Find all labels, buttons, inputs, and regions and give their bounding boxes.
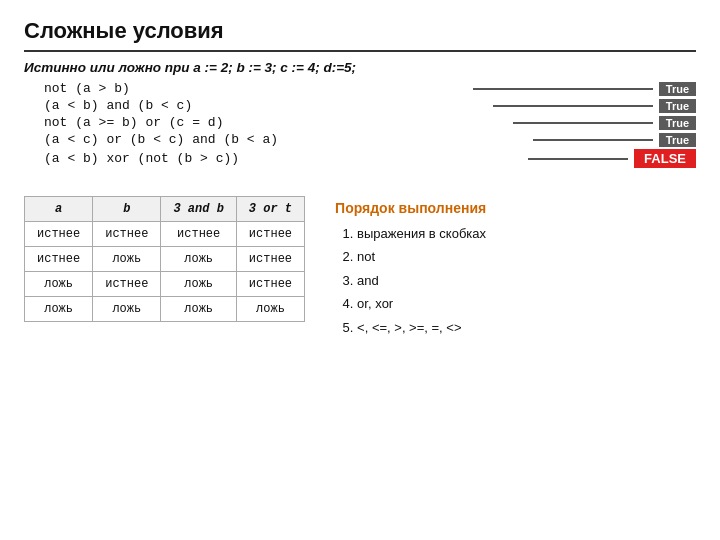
condition-bar [528,158,628,160]
result-badge: FALSE [634,149,696,168]
table-cell: истнее [236,247,304,272]
table-row: истнееистнееистнееистнее [25,222,305,247]
condition-line: (a < c) or (b < c) and (b < a)True [24,132,696,147]
condition-bar [473,88,653,90]
table-cell: ложь [93,247,161,272]
condition-line: (a < b) xor (not (b > c))FALSE [24,149,696,168]
condition-code: (a < b) xor (not (b > c)) [24,151,524,166]
table-cell: ложь [25,297,93,322]
table-cell: истнее [25,222,93,247]
table-header-cell: 3 or t [236,197,304,222]
truth-table: ab3 and b3 or t истнееистнееистнееистнее… [24,196,305,322]
condition-code: (a < c) or (b < c) and (b < a) [24,132,529,147]
result-badge: True [659,116,696,130]
table-cell: истнее [93,222,161,247]
result-badge: True [659,82,696,96]
table-cell: истнее [161,222,236,247]
conditions-header: Истинно или ложно при a := 2; b := 3; c … [24,60,696,75]
table-cell: истнее [25,247,93,272]
page-title: Сложные условия [24,18,696,52]
result-badge: True [659,133,696,147]
condition-code: (a < b) and (b < c) [24,98,489,113]
bottom-section: ab3 and b3 or t истнееистнееистнееистнее… [24,196,696,339]
condition-bar [533,139,653,141]
table-cell: истнее [236,272,304,297]
header-params: a := 2; b := 3; c := 4; d:=5; [193,60,356,75]
table-cell: истнее [93,272,161,297]
order-item: <, <=, >, >=, =, <> [357,316,696,339]
condition-line: (a < b) and (b < c)True [24,98,696,113]
table-cell: ложь [236,297,304,322]
condition-code: not (a >= b) or (c = d) [24,115,509,130]
table-cell: ложь [25,272,93,297]
order-list: выражения в скобкахnotandor, xor<, <=, >… [335,222,696,339]
table-row: ложьистнееложьистнее [25,272,305,297]
order-item: not [357,245,696,268]
order-item: выражения в скобках [357,222,696,245]
table-header-cell: 3 and b [161,197,236,222]
order-item: and [357,269,696,292]
order-title: Порядок выполнения [335,200,696,216]
order-section: Порядок выполнения выражения в скобкахno… [335,196,696,339]
condition-line: not (a > b)True [24,81,696,96]
conditions-section: Истинно или ложно при a := 2; b := 3; c … [24,60,696,170]
condition-list: not (a > b)True(a < b) and (b < c)Trueno… [24,81,696,168]
table-cell: ложь [161,297,236,322]
table-cell: ложь [93,297,161,322]
table-cell: истнее [236,222,304,247]
table-row: ложьложьложьложь [25,297,305,322]
order-item: or, xor [357,292,696,315]
table-section: ab3 and b3 or t истнееистнееистнееистнее… [24,196,305,339]
condition-code: not (a > b) [24,81,469,96]
table-cell: ложь [161,272,236,297]
condition-bar [493,105,653,107]
condition-bar [513,122,653,124]
main-content: Истинно или ложно при a := 2; b := 3; c … [24,60,696,339]
table-header-cell: b [93,197,161,222]
table-cell: ложь [161,247,236,272]
header-label: Истинно или ложно при [24,60,190,75]
table-header-cell: a [25,197,93,222]
result-badge: True [659,99,696,113]
condition-line: not (a >= b) or (c = d)True [24,115,696,130]
table-row: истнееложьложьистнее [25,247,305,272]
